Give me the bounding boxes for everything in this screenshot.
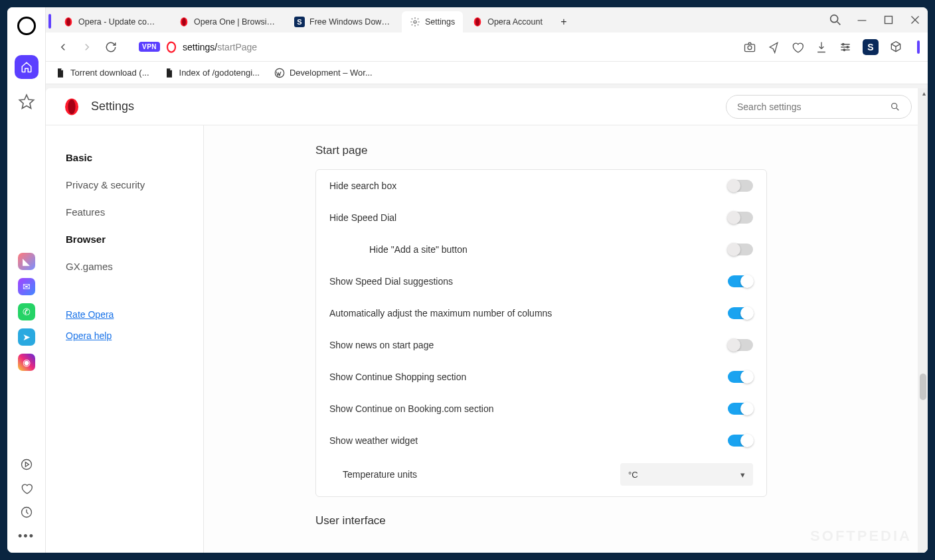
svg-point-14 bbox=[842, 43, 844, 45]
bookmark-label: Torrent download (... bbox=[70, 68, 149, 78]
svg-point-5 bbox=[182, 18, 186, 26]
start-page-card: Hide search boxHide Speed DialHide "Add … bbox=[315, 169, 767, 497]
svg-point-20 bbox=[892, 103, 897, 108]
tab-0[interactable]: Opera - Update complete! bbox=[55, 11, 169, 33]
opera-logo-icon bbox=[17, 17, 36, 35]
nav-link-1[interactable]: Opera help bbox=[66, 325, 203, 346]
address-bar: VPN settings/startPage S bbox=[46, 33, 928, 62]
nav-item-browser[interactable]: Browser bbox=[66, 226, 203, 253]
tab-1[interactable]: Opera One | Browsing rein bbox=[171, 11, 285, 33]
sidebar-toggle-indicator[interactable] bbox=[917, 40, 920, 54]
new-tab-button[interactable]: + bbox=[556, 14, 572, 30]
softpedia-extension-icon[interactable]: S bbox=[863, 39, 879, 55]
svg-point-8 bbox=[475, 18, 479, 26]
tab-3[interactable]: Settings bbox=[402, 11, 463, 33]
tab-4[interactable]: Opera Account bbox=[464, 11, 551, 33]
page-scrollbar[interactable]: ▴ bbox=[918, 88, 928, 553]
tab-label: Opera Account bbox=[487, 17, 543, 27]
section-title-start-page: Start page bbox=[315, 144, 928, 157]
toggle-1[interactable] bbox=[728, 212, 753, 224]
tab-label: Settings bbox=[425, 17, 455, 27]
svg-point-11 bbox=[167, 42, 175, 52]
url-field[interactable]: settings/startPage bbox=[183, 42, 738, 52]
nav-link-0[interactable]: Rate Opera bbox=[66, 304, 203, 325]
bookmark-1[interactable]: Index of /godotengi... bbox=[164, 68, 260, 78]
home-button[interactable] bbox=[15, 55, 39, 79]
nav-item-basic[interactable]: Basic bbox=[66, 144, 203, 171]
tab-2[interactable]: SFree Windows Downloads bbox=[286, 11, 400, 33]
setting-label: Show weather widget bbox=[329, 435, 728, 446]
setting-row-4: Automatically adjust the maximum number … bbox=[316, 297, 766, 329]
bookmark-icon bbox=[274, 68, 285, 78]
window-controls bbox=[828, 7, 922, 33]
workspace-indicator bbox=[48, 14, 51, 29]
toggle-3[interactable] bbox=[728, 275, 753, 287]
toggle-6[interactable] bbox=[728, 371, 753, 383]
toggle-7[interactable] bbox=[728, 403, 753, 415]
more-icon[interactable]: ••• bbox=[18, 529, 35, 543]
rail-app-whatsapp[interactable]: ✆ bbox=[18, 303, 35, 320]
svg-point-0 bbox=[21, 460, 31, 470]
temperature-units-row: Temperature units°C▾ bbox=[316, 456, 766, 496]
address-bar-actions: S bbox=[743, 39, 920, 55]
site-opera-icon bbox=[165, 41, 177, 53]
settings-nav: BasicPrivacy & securityFeaturesBrowserGX… bbox=[46, 125, 204, 553]
setting-row-5: Show news on start page bbox=[316, 329, 766, 361]
svg-point-13 bbox=[748, 45, 752, 49]
extensions-cube-icon[interactable] bbox=[889, 40, 902, 54]
scroll-thumb[interactable] bbox=[920, 374, 926, 400]
close-button[interactable] bbox=[908, 13, 922, 27]
easy-setup-icon[interactable] bbox=[839, 40, 852, 54]
rail-app-messenger[interactable]: ✉ bbox=[18, 278, 35, 295]
setting-row-2: Hide "Add a site" button bbox=[316, 234, 766, 265]
nav-item-features[interactable]: Features bbox=[66, 198, 203, 226]
toggle-0[interactable] bbox=[728, 180, 753, 192]
toggle-2[interactable] bbox=[728, 244, 753, 255]
history-icon[interactable] bbox=[20, 506, 33, 519]
bookmark-icon bbox=[55, 68, 66, 78]
toggle-8[interactable] bbox=[728, 435, 753, 447]
forward-button[interactable] bbox=[78, 38, 96, 56]
search-placeholder: Search settings bbox=[737, 102, 802, 112]
temperature-units-select[interactable]: °C▾ bbox=[620, 463, 753, 486]
snapshot-icon[interactable] bbox=[743, 40, 756, 54]
bookmark-2[interactable]: Development – Wor... bbox=[274, 68, 373, 78]
nav-item-gx-games[interactable]: GX.games bbox=[66, 253, 203, 280]
search-settings-input[interactable]: Search settings bbox=[726, 95, 912, 119]
settings-header: Settings Search settings bbox=[46, 88, 928, 125]
tab-strip: Opera - Update complete!Opera One | Brow… bbox=[46, 7, 928, 33]
rail-app-telegram[interactable]: ➤ bbox=[18, 328, 35, 346]
rail-app-launcher[interactable]: ◣ bbox=[18, 253, 35, 270]
search-tabs-icon[interactable] bbox=[828, 13, 843, 27]
left-sidebar-rail: ◣✉✆➤◉ ••• bbox=[7, 7, 46, 553]
section-title-ui: User interface bbox=[315, 514, 928, 527]
reload-button[interactable] bbox=[102, 38, 120, 56]
scroll-up-arrow[interactable]: ▴ bbox=[922, 90, 926, 97]
setting-label: Hide search box bbox=[329, 180, 728, 191]
bookmark-0[interactable]: Torrent download (... bbox=[55, 68, 149, 78]
maximize-button[interactable] bbox=[881, 13, 896, 27]
rail-app-instagram[interactable]: ◉ bbox=[18, 354, 35, 371]
svg-rect-10 bbox=[885, 17, 892, 24]
chevron-down-icon: ▾ bbox=[740, 470, 745, 480]
speed-dial-icon[interactable] bbox=[18, 94, 35, 111]
toggle-5[interactable] bbox=[728, 339, 753, 351]
bookmark-label: Development – Wor... bbox=[290, 68, 373, 78]
bookmark-label: Index of /godotengi... bbox=[179, 68, 260, 78]
pinboard-heart-icon[interactable] bbox=[791, 40, 804, 54]
temperature-units-label: Temperature units bbox=[343, 469, 607, 480]
setting-label: Show Speed Dial suggestions bbox=[329, 276, 728, 287]
downloads-icon[interactable] bbox=[815, 40, 828, 54]
vpn-badge[interactable]: VPN bbox=[139, 42, 160, 52]
setting-row-6: Show Continue Shopping section bbox=[316, 361, 766, 393]
minimize-button[interactable] bbox=[855, 13, 869, 27]
page-title: Settings bbox=[91, 100, 134, 113]
nav-item-privacy-security[interactable]: Privacy & security bbox=[66, 171, 203, 198]
send-icon[interactable] bbox=[767, 40, 780, 54]
toggle-4[interactable] bbox=[728, 307, 753, 319]
heart-icon[interactable] bbox=[20, 482, 33, 495]
back-button[interactable] bbox=[54, 38, 72, 56]
player-icon[interactable] bbox=[20, 458, 33, 471]
tab-label: Free Windows Downloads bbox=[309, 17, 392, 27]
search-icon bbox=[890, 102, 900, 112]
